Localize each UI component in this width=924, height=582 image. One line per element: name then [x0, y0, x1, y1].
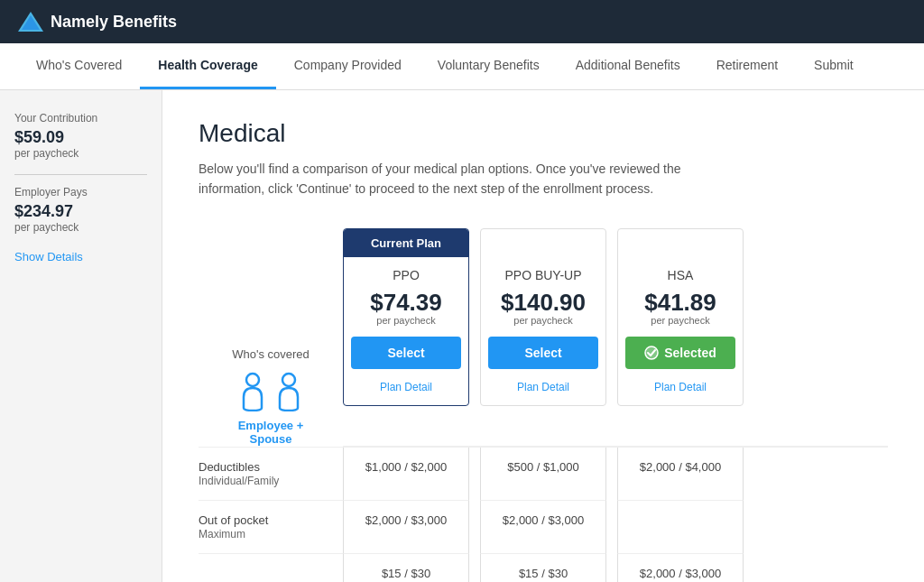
row-deductibles: Deductibles Individual/Family $1,000 / $…: [199, 447, 888, 501]
plan-ppo-buy-up-detail-link[interactable]: Plan Detail: [517, 381, 569, 393]
show-details-link[interactable]: Show Details: [14, 250, 83, 263]
plan-hsa-price: $41.89: [625, 290, 735, 316]
tab-whos-covered[interactable]: Who's Covered: [18, 43, 140, 89]
sidebar-divider: [14, 174, 147, 175]
deductibles-label: Deductibles Individual/Family: [199, 448, 343, 501]
row-out-of-pocket: Out of pocket Maximum $2,000 / $3,000 $2…: [199, 501, 888, 554]
who-covered-column: Who's covered Employee +Spouse: [199, 228, 343, 446]
contribution-freq: per paycheck: [14, 147, 147, 160]
plan-ppo-buy-up-select-button[interactable]: Select: [488, 337, 598, 369]
plan-ppo-name: PPO: [351, 268, 461, 282]
person1-icon: [238, 372, 267, 411]
row-last: $15 / $30 $15 / $30 $2,000 / $3,000: [199, 554, 888, 582]
app-title: Namely Benefits: [51, 13, 177, 32]
deductibles-ppo-buy-up-val: $500 / $1,000: [480, 448, 606, 501]
employer-value: $234.97: [14, 202, 147, 221]
deductibles-ppo-val: $1,000 / $2,000: [343, 448, 469, 501]
plan-ppo-price: $74.39: [351, 290, 461, 316]
contribution-label: Your Contribution: [14, 112, 147, 125]
plan-ppo-buy-up: PPO BUY-UP $140.90 per paycheck Select P…: [480, 228, 606, 407]
plan-hsa-selected-label: Selected: [664, 346, 716, 360]
last-hsa-val: $2,000 / $3,000: [617, 554, 744, 582]
plan-ppo-buy-up-name: PPO BUY-UP: [488, 268, 598, 282]
who-covered-label: Who's covered: [199, 347, 343, 361]
covered-type: Employee +Spouse: [199, 419, 343, 446]
oop-ppo-buy-up-val: $2,000 / $3,000: [480, 501, 606, 554]
plan-hsa-body: HSA $41.89 per paycheck Selected Plan De…: [618, 257, 743, 406]
employer-label: Employer Pays: [14, 186, 147, 199]
plan-ppo-buy-up-body: PPO BUY-UP $140.90 per paycheck Select P…: [481, 257, 605, 406]
contribution-value: $59.09: [14, 128, 147, 147]
plan-ppo-buy-up-price: $140.90: [488, 290, 598, 316]
plan-ppo-buy-up-freq: per paycheck: [488, 315, 598, 326]
logo-icon: [18, 12, 43, 32]
svg-point-2: [246, 374, 259, 386]
plan-ppo: Current Plan PPO $74.39 per paycheck Sel…: [343, 228, 469, 407]
plan-hsa-name: HSA: [625, 268, 735, 282]
checkmark-icon: [644, 346, 659, 360]
main-layout: Your Contribution $59.09 per paycheck Em…: [0, 90, 924, 582]
last-label: [199, 554, 343, 582]
app-header: Namely Benefits: [0, 0, 924, 43]
plan-ppo-freq: per paycheck: [351, 315, 461, 326]
page-title: Medical: [199, 119, 888, 148]
oop-ppo-val: $2,000 / $3,000: [343, 501, 469, 554]
tab-additional-benefits[interactable]: Additional Benefits: [558, 43, 698, 89]
last-ppo-val: $15 / $30: [343, 554, 469, 582]
logo-area: Namely Benefits: [18, 12, 177, 32]
plan-ppo-detail-link[interactable]: Plan Detail: [380, 381, 432, 393]
last-ppo-buy-up-val: $15 / $30: [480, 554, 606, 582]
tab-health-coverage[interactable]: Health Coverage: [140, 43, 275, 89]
current-plan-badge: Current Plan: [344, 229, 468, 257]
plan-hsa-freq: per paycheck: [625, 315, 735, 326]
oop-hsa-val: [617, 501, 744, 554]
people-icons: [199, 372, 343, 411]
employer-freq: per paycheck: [14, 221, 147, 234]
plan-ppo-select-button[interactable]: Select: [351, 337, 461, 369]
page-description: Below you'll find a comparison of your m…: [199, 159, 722, 199]
deductibles-hsa-val: $2,000 / $4,000: [617, 448, 744, 501]
sidebar: Your Contribution $59.09 per paycheck Em…: [0, 90, 162, 582]
person2-icon: [274, 372, 303, 411]
tab-retirement[interactable]: Retirement: [698, 43, 796, 89]
plan-ppo-body: PPO $74.39 per paycheck Select Plan Deta…: [344, 257, 468, 406]
svg-point-3: [282, 374, 295, 386]
plan-hsa-detail-link[interactable]: Plan Detail: [654, 381, 707, 393]
oop-label: Out of pocket Maximum: [199, 501, 343, 554]
plan-hsa: HSA $41.89 per paycheck Selected Plan De…: [617, 228, 744, 407]
tab-submit[interactable]: Submit: [796, 43, 872, 89]
tab-company-provided[interactable]: Company Provided: [276, 43, 420, 89]
nav-tabs: Who's Covered Health Coverage Company Pr…: [0, 43, 924, 90]
main-content: Medical Below you'll find a comparison o…: [162, 90, 924, 582]
tab-voluntary-benefits[interactable]: Voluntary Benefits: [420, 43, 558, 89]
plan-hsa-selected-button[interactable]: Selected: [625, 337, 735, 369]
